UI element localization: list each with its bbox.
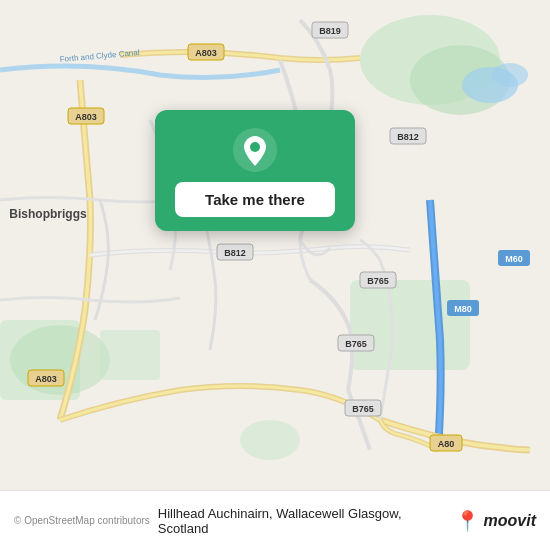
footer-bar: © OpenStreetMap contributors Hillhead Au… <box>0 490 550 550</box>
moovit-brand-text: moovit <box>484 512 536 530</box>
location-label: Hillhead Auchinairn, Wallacewell Glasgow… <box>158 506 447 536</box>
copyright-text: © OpenStreetMap contributors <box>14 515 150 526</box>
svg-text:A803: A803 <box>35 374 57 384</box>
moovit-pin-icon: 📍 <box>455 509 480 533</box>
svg-text:M60: M60 <box>505 254 523 264</box>
moovit-logo: 📍 moovit <box>455 509 536 533</box>
svg-point-9 <box>492 63 528 87</box>
svg-text:A80: A80 <box>438 439 455 449</box>
location-pin-icon <box>233 128 277 172</box>
svg-text:B819: B819 <box>319 26 341 36</box>
take-me-there-button[interactable]: Take me there <box>175 182 335 217</box>
map-area: A803 B819 A803 B812 Bishopbriggs Forth a… <box>0 0 550 490</box>
svg-text:B765: B765 <box>367 276 389 286</box>
svg-text:B812: B812 <box>397 132 419 142</box>
map-svg: A803 B819 A803 B812 Bishopbriggs Forth a… <box>0 0 550 490</box>
svg-text:B812: B812 <box>224 248 246 258</box>
svg-text:M80: M80 <box>454 304 472 314</box>
road-label-a803-top: A803 <box>195 48 217 58</box>
svg-rect-6 <box>100 330 160 380</box>
svg-point-36 <box>250 142 260 152</box>
location-popup: Take me there <box>155 110 355 231</box>
svg-rect-3 <box>350 280 470 370</box>
svg-text:B765: B765 <box>352 404 374 414</box>
svg-point-7 <box>240 420 300 460</box>
svg-text:A803: A803 <box>75 112 97 122</box>
svg-text:Bishopbriggs: Bishopbriggs <box>9 207 87 221</box>
svg-text:B765: B765 <box>345 339 367 349</box>
